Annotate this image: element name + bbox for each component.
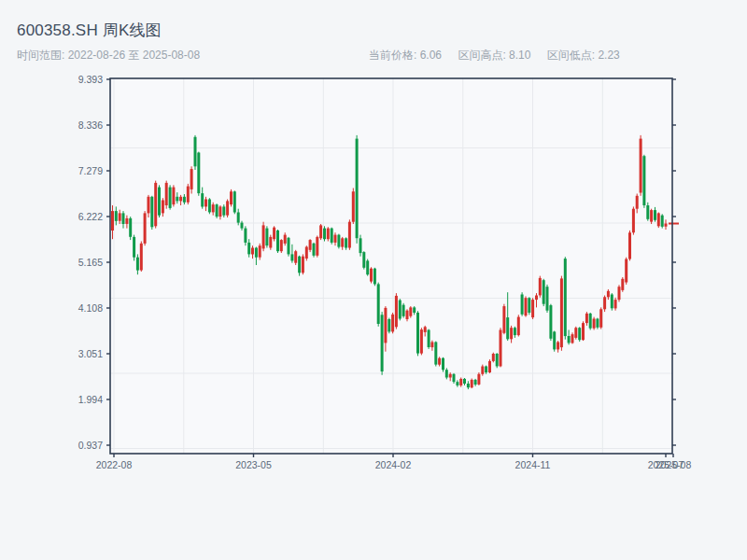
candle-up (391, 313, 394, 333)
candle-down (661, 214, 664, 228)
y-tick-label: 4.108 (78, 302, 103, 314)
candle-down (216, 203, 218, 218)
candle-down (208, 198, 211, 214)
candle-up (625, 258, 627, 285)
candle-up (140, 242, 143, 273)
candle-up (628, 231, 631, 261)
x-tick-label: 2024-11 (515, 459, 551, 470)
x-tick-label: 2025-08 (655, 459, 692, 470)
candle-down (528, 297, 530, 315)
y-tick-label: 1.994 (78, 394, 103, 405)
candle-up (420, 328, 423, 355)
candle-up (316, 236, 318, 258)
candle-down (578, 327, 581, 342)
candle-up (273, 226, 275, 241)
candle-down (377, 283, 380, 327)
candle-up (621, 277, 624, 292)
candle-up (352, 189, 355, 225)
y-tick-label: 8.336 (78, 119, 103, 131)
y-tick-label: 6.222 (78, 211, 103, 222)
candle-up (560, 276, 563, 351)
candle-down (564, 257, 567, 340)
candle-up (599, 307, 602, 329)
candle-down (543, 279, 545, 306)
candle-up (640, 135, 642, 196)
candle-up (632, 206, 635, 234)
candle-up (502, 304, 505, 335)
candle-up (525, 296, 528, 316)
candle-up (226, 200, 229, 218)
candle-up (262, 222, 265, 252)
candle-down (496, 353, 499, 368)
candle-down (374, 268, 376, 287)
candle-up (531, 298, 534, 319)
candle-down (313, 243, 316, 258)
candle-up (657, 213, 660, 229)
candle-down (169, 185, 172, 209)
y-tick-label: 3.051 (78, 348, 103, 359)
candle-up (395, 293, 398, 329)
candle-down (194, 135, 197, 170)
candle-up (154, 181, 157, 229)
candle-up (574, 327, 577, 340)
candle-up (618, 285, 621, 301)
candle-up (517, 315, 520, 336)
candle-up (187, 184, 190, 204)
candle-down (150, 196, 153, 230)
candle-up (294, 250, 297, 265)
candle-down (158, 185, 161, 217)
candle-down (388, 318, 390, 334)
candle-down (276, 230, 279, 253)
candle-up (492, 353, 495, 363)
x-tick-label: 2023-05 (235, 459, 272, 470)
candle-up (280, 239, 283, 253)
candle-up (172, 185, 175, 206)
candle-down (428, 329, 430, 349)
candle-down (402, 303, 405, 318)
candle-down (133, 235, 135, 261)
candle-up (477, 372, 480, 385)
kline-chart: 9.3938.3367.2796.2225.1654.1083.0511.994… (0, 0, 747, 560)
candle-up (500, 328, 502, 367)
x-tick-label: 2024-02 (375, 459, 412, 470)
candle-down (549, 304, 552, 341)
candle-down (546, 285, 549, 313)
candle-up (539, 276, 542, 298)
x-tick-label: 2022-08 (96, 459, 133, 470)
candle-down (197, 152, 200, 196)
kline-page: 600358.SH 周K线图 时间范围: 2022-08-26 至 2025-0… (0, 0, 747, 560)
plot-area (110, 78, 672, 454)
candle-down (265, 226, 268, 247)
y-tick-label: 5.165 (78, 257, 103, 268)
candle-down (381, 312, 384, 375)
candle-down (129, 217, 132, 240)
candle-up (269, 235, 272, 250)
candle-up (302, 254, 304, 274)
candle-up (593, 317, 596, 330)
candle-down (331, 228, 333, 245)
candle-down (337, 234, 340, 249)
candle-down (233, 190, 236, 214)
candle-up (650, 209, 653, 224)
candle-down (323, 226, 326, 241)
y-tick-label: 0.937 (78, 440, 103, 451)
candle-up (471, 379, 473, 389)
y-tick-label: 9.393 (78, 74, 103, 85)
candle-down (611, 293, 613, 311)
candle-down (442, 357, 444, 372)
candle-down (642, 155, 645, 208)
candle-up (582, 321, 585, 341)
candle-up (144, 211, 147, 245)
candle-down (288, 237, 290, 257)
candle-up (348, 219, 351, 249)
candle-down (356, 135, 359, 244)
candle-up (165, 181, 168, 209)
candle-down (553, 331, 556, 352)
candle-up (488, 359, 491, 373)
candle-down (399, 299, 402, 320)
candle-down (521, 292, 524, 316)
candle-up (305, 245, 308, 260)
candle-down (416, 311, 419, 356)
candle-up (230, 189, 233, 207)
candle-down (434, 342, 437, 367)
